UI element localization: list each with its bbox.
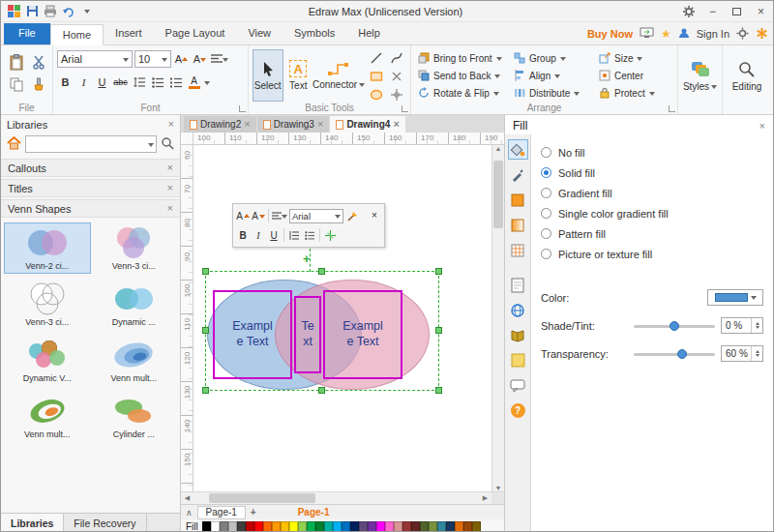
scroll-down-icon[interactable]: ▼ — [495, 485, 502, 491]
rotate-flip-button[interactable]: Rotate & Flip — [415, 84, 511, 102]
gear-icon[interactable] — [736, 27, 749, 42]
scroll-left-icon[interactable]: ◀ — [181, 494, 194, 502]
connector-tool-button[interactable]: Connector — [313, 49, 364, 102]
size-button[interactable]: Size — [596, 49, 673, 67]
mini-underline-button[interactable]: U — [267, 227, 281, 243]
editing-button[interactable]: Editing — [727, 49, 767, 103]
shape-venn-multiset[interactable]: Venn mult... — [91, 335, 178, 386]
palette-swatch[interactable] — [411, 521, 420, 532]
ellipse-tool-icon[interactable] — [367, 86, 386, 103]
palette-swatch[interactable] — [446, 521, 455, 532]
palette-swatch[interactable] — [307, 521, 315, 532]
palette-swatch[interactable] — [272, 521, 281, 532]
sign-in-link[interactable]: Sign In — [697, 28, 729, 40]
palette-swatch[interactable] — [324, 521, 333, 532]
library-section-callouts[interactable]: Callouts × — [1, 159, 180, 177]
tab-home[interactable]: Home — [50, 24, 104, 45]
undo-icon[interactable] — [61, 4, 76, 19]
fill-option-picture-or-texture-fill[interactable]: Picture or texture fill — [541, 244, 763, 264]
tab-insert[interactable]: Insert — [104, 23, 154, 44]
palette-swatch[interactable] — [263, 521, 272, 532]
spin-arrows[interactable] — [751, 318, 762, 333]
palette-swatch[interactable] — [211, 521, 220, 532]
rectangle-tool-icon[interactable] — [367, 68, 386, 85]
spin-up-icon[interactable] — [756, 320, 759, 325]
strikethrough-button[interactable]: abc — [112, 74, 129, 91]
selection-handle[interactable] — [318, 268, 325, 275]
shape-cylinder-venn[interactable]: Cylinder ... — [91, 391, 178, 442]
scroll-up-icon[interactable]: ▲ — [495, 145, 502, 152]
palette-swatch[interactable] — [385, 521, 394, 532]
fill-option-pattern-fill[interactable]: Pattern fill — [541, 223, 763, 244]
fill-option-gradient-fill[interactable]: Gradient fill — [541, 183, 763, 203]
shape-venn3[interactable]: Venn-3 ci... — [91, 222, 178, 274]
group-button[interactable]: Group — [511, 49, 596, 67]
vertical-scroll-thumb[interactable] — [493, 161, 503, 228]
transparency-spinbox[interactable]: 60 % — [721, 345, 763, 362]
home-icon[interactable] — [7, 136, 21, 152]
select-tool-button[interactable]: Select — [253, 49, 283, 102]
curve-tool-icon[interactable] — [387, 49, 406, 67]
palette-swatch[interactable] — [463, 521, 472, 532]
fill-option-single-color-gradient-fill[interactable]: Single color gradient fill — [541, 203, 763, 223]
grid-tool-icon[interactable] — [387, 86, 406, 103]
doc-tab-drawing4[interactable]: Drawing4 × — [330, 116, 404, 133]
mini-spacing-button[interactable] — [287, 227, 301, 243]
maximize-button[interactable] — [725, 1, 749, 21]
share-screen-icon[interactable] — [640, 27, 654, 41]
mini-format-painter-icon[interactable] — [345, 208, 359, 223]
palette-swatch[interactable] — [420, 521, 429, 532]
selection-handle[interactable] — [202, 268, 209, 275]
redo-dropdown-icon[interactable] — [79, 4, 95, 19]
fill-panel-close-icon[interactable]: × — [759, 121, 765, 132]
mini-align-button[interactable] — [272, 208, 287, 223]
line-style-tool-icon[interactable] — [508, 164, 528, 185]
font-family-combo[interactable]: Arial — [57, 50, 133, 68]
shape-venn-multiset-rings[interactable]: Venn mult... — [4, 391, 91, 442]
font-size-combo[interactable]: 10 — [134, 50, 171, 68]
print-icon[interactable] — [43, 4, 58, 19]
comment-tool-icon[interactable] — [508, 375, 528, 396]
selection-handle[interactable] — [202, 387, 209, 394]
tab-file[interactable]: File — [4, 23, 50, 44]
fill-color-dropdown[interactable] — [707, 289, 763, 306]
note-tool-icon[interactable] — [508, 350, 528, 370]
distribute-button[interactable]: Distribute — [511, 84, 596, 102]
selection-handle[interactable] — [318, 387, 325, 394]
palette-swatch[interactable] — [202, 521, 211, 532]
section-close-icon[interactable]: × — [167, 163, 173, 173]
slider-thumb[interactable] — [670, 321, 679, 331]
palette-swatch[interactable] — [289, 521, 298, 532]
text-tool-button[interactable]: A Text — [283, 49, 314, 102]
palette-swatch[interactable] — [359, 521, 368, 532]
format-painter-icon[interactable] — [29, 74, 48, 94]
vertical-scrollbar[interactable]: ▲ ▼ — [491, 145, 504, 491]
align-button[interactable]: Align — [511, 67, 596, 84]
center-button[interactable]: Center — [596, 67, 673, 84]
pattern-tool-icon[interactable] — [508, 240, 528, 260]
hyperlink-tool-icon[interactable] — [508, 300, 528, 320]
shape-dynamic-venn-multi[interactable]: Dynamic V... — [4, 335, 91, 386]
library-section-venn-shapes[interactable]: Venn Shapes × — [1, 199, 180, 218]
palette-swatch[interactable] — [254, 521, 263, 532]
shape-style-tool-icon[interactable] — [508, 190, 528, 210]
palette-swatch[interactable] — [368, 521, 376, 532]
library-section-titles[interactable]: Titles × — [1, 179, 180, 197]
attachment-tool-icon[interactable] — [508, 325, 528, 345]
mini-grow-font-button[interactable]: A — [236, 208, 250, 223]
palette-swatch[interactable] — [472, 521, 481, 532]
doc-tab-drawing2[interactable]: Drawing2 × — [184, 116, 256, 133]
align-dropdown-button[interactable] — [210, 51, 229, 68]
bring-to-front-button[interactable]: Bring to Front — [415, 49, 511, 67]
venn-textbox-right[interactable]: Example Text — [323, 290, 402, 379]
shade-tint-spinbox[interactable]: 0 % — [721, 317, 763, 334]
tab-help[interactable]: Help — [346, 23, 392, 44]
bullet-list-button[interactable] — [149, 74, 165, 91]
palette-swatch[interactable] — [220, 521, 228, 532]
cross-tool-icon[interactable] — [387, 68, 406, 85]
slider-thumb[interactable] — [677, 349, 687, 359]
rate-star-icon[interactable]: ★ — [661, 28, 671, 40]
shade-tint-slider[interactable] — [634, 320, 715, 332]
mini-shrink-font-button[interactable]: A — [252, 208, 265, 223]
horizontal-scroll-thumb[interactable] — [209, 493, 315, 503]
